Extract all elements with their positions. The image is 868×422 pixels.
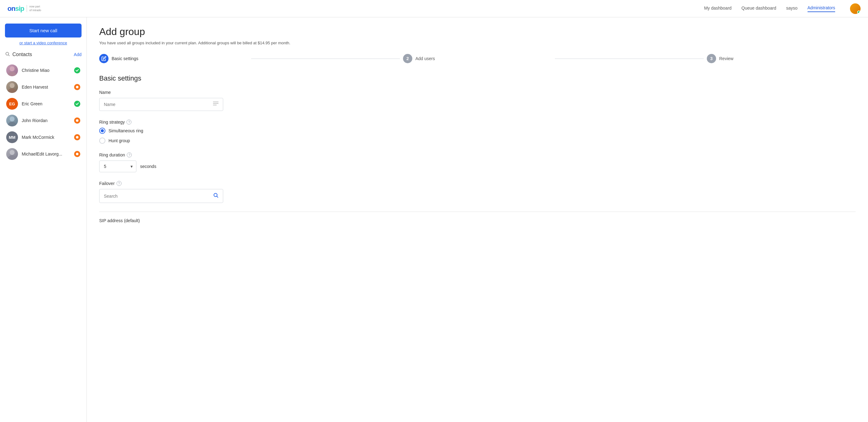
svg-point-12 <box>8 155 16 160</box>
ring-duration-group: Ring duration ? 5 10 15 20 25 30 ▾ secon… <box>99 153 856 172</box>
svg-point-3 <box>8 72 16 76</box>
logo: onsip now partof Intrado <box>7 5 41 13</box>
nav-administrators[interactable]: Administrators <box>808 5 835 12</box>
radio-simultaneous[interactable]: Simultaneous ring <box>99 128 856 134</box>
nav-sayso[interactable]: sayso <box>786 6 798 12</box>
failover-help-icon[interactable]: ? <box>117 181 122 186</box>
step-1-label: Basic settings <box>112 56 138 61</box>
status-indicator <box>74 101 80 107</box>
ring-duration-select[interactable]: 5 10 15 20 25 30 <box>99 161 136 172</box>
contacts-title: Contacts <box>12 52 32 57</box>
ring-strategy-options: Simultaneous ring Hunt group <box>99 128 856 144</box>
ring-duration-help-icon[interactable]: ? <box>127 153 132 157</box>
failover-group: Failover ? <box>99 181 856 203</box>
seconds-label: seconds <box>140 164 156 169</box>
contact-item[interactable]: EG Eric Green <box>5 95 82 112</box>
avatar: EG <box>6 98 18 110</box>
step-2-circle: 2 <box>403 54 412 63</box>
page-title: Add group <box>99 26 856 37</box>
section-title: Basic settings <box>99 74 856 83</box>
contact-name: Eden Harvest <box>22 85 70 90</box>
name-input-wrapper[interactable] <box>99 98 223 111</box>
status-indicator <box>74 84 80 90</box>
step-3: 3 Review <box>707 54 856 63</box>
nav-my-dashboard[interactable]: My dashboard <box>704 6 732 12</box>
user-avatar-nav[interactable] <box>850 3 861 14</box>
avatar <box>6 64 18 76</box>
svg-point-9 <box>76 119 79 122</box>
svg-point-10 <box>76 136 79 138</box>
contact-name: Christine Miao <box>22 68 70 73</box>
logo-subtitle: now partof Intrado <box>27 5 41 12</box>
failover-search-icon[interactable] <box>213 192 219 199</box>
radio-button-simultaneous[interactable] <box>99 128 105 134</box>
svg-rect-14 <box>213 102 219 102</box>
svg-rect-15 <box>213 103 219 104</box>
status-indicator <box>74 67 80 73</box>
failover-search-wrapper[interactable] <box>99 189 223 203</box>
contact-item[interactable]: MM Mark McCormick <box>5 129 82 145</box>
main-content: Add group You have used all groups inclu… <box>87 18 868 422</box>
contacts-header: Contacts Add <box>5 52 82 58</box>
contact-name: MichaelEdit Lavorg... <box>22 152 70 157</box>
contact-item[interactable]: John Riordan <box>5 112 82 129</box>
duration-row: 5 10 15 20 25 30 ▾ seconds <box>99 161 856 172</box>
contact-item[interactable]: MichaelEdit Lavorg... <box>5 145 82 162</box>
step-1: Basic settings <box>99 54 248 63</box>
step-line-2 <box>555 59 704 59</box>
logo-text: onsip <box>7 5 24 13</box>
avatar <box>6 115 18 126</box>
step-3-label: Review <box>719 56 734 61</box>
top-navigation: onsip now partof Intrado My dashboard Qu… <box>0 0 868 18</box>
contact-item[interactable]: Christine Miao <box>5 62 82 79</box>
status-indicator <box>74 151 80 157</box>
name-label: Name <box>99 90 856 95</box>
contacts-title-row: Contacts <box>5 52 32 58</box>
radio-label-simultaneous: Simultaneous ring <box>108 128 143 133</box>
svg-line-18 <box>217 196 218 197</box>
step-line-1 <box>251 59 400 59</box>
page-layout: Start new call or start a video conferen… <box>0 18 868 422</box>
svg-point-17 <box>214 193 217 197</box>
start-new-call-button[interactable]: Start new call <box>5 24 82 37</box>
contacts-search-icon[interactable] <box>5 52 10 58</box>
video-conference-link[interactable]: or start a video conference <box>5 41 82 45</box>
svg-rect-16 <box>213 105 217 105</box>
sidebar: Start new call or start a video conferen… <box>0 18 87 422</box>
ring-strategy-label: Ring strategy ? <box>99 120 856 125</box>
svg-point-8 <box>8 122 16 126</box>
step-2-label: Add users <box>415 56 435 61</box>
avatar: MM <box>6 131 18 143</box>
step-1-circle <box>99 54 108 63</box>
contact-name: Mark McCormick <box>22 135 70 140</box>
failover-label: Failover ? <box>99 181 856 186</box>
avatar <box>6 148 18 160</box>
name-input[interactable] <box>104 102 213 107</box>
sip-address-label: SIP address (default) <box>99 218 140 223</box>
name-field-group: Name <box>99 90 856 111</box>
billing-notice: You have used all groups included in you… <box>99 41 856 45</box>
status-indicator <box>74 118 80 124</box>
ring-strategy-help-icon[interactable]: ? <box>126 120 131 125</box>
radio-dot <box>101 129 104 132</box>
svg-point-7 <box>10 117 14 122</box>
svg-point-5 <box>8 88 16 93</box>
radio-label-hunt-group: Hunt group <box>108 138 130 143</box>
contacts-list: Christine Miao Eden Harvest EG Eric Gree… <box>5 62 82 162</box>
svg-point-4 <box>10 83 14 88</box>
contact-item[interactable]: Eden Harvest <box>5 79 82 95</box>
radio-hunt-group[interactable]: Hunt group <box>99 137 856 144</box>
nav-queue-dashboard[interactable]: Queue dashboard <box>742 6 776 12</box>
svg-point-11 <box>10 150 14 155</box>
contacts-add-link[interactable]: Add <box>74 52 82 57</box>
svg-point-13 <box>76 153 79 155</box>
contact-name: Eric Green <box>22 101 70 106</box>
step-3-circle: 3 <box>707 54 716 63</box>
avatar <box>6 81 18 93</box>
svg-point-0 <box>6 52 9 55</box>
ring-duration-select-wrapper: 5 10 15 20 25 30 ▾ <box>99 161 136 172</box>
failover-search-input[interactable] <box>104 194 213 199</box>
radio-button-hunt-group[interactable] <box>99 137 105 144</box>
ring-duration-label: Ring duration ? <box>99 153 856 157</box>
step-2: 2 Add users <box>403 54 552 63</box>
